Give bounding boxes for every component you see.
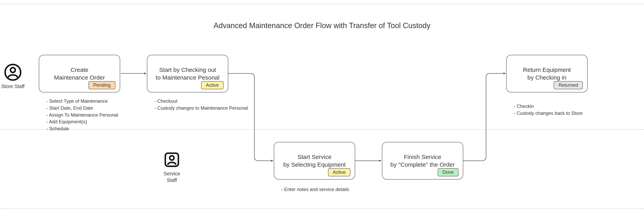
actor-store-staff: Store Staff <box>0 63 27 90</box>
diagram-title: Advanced Maintenance Order Flow with Tra… <box>0 22 644 30</box>
node-text: Start Service by Selecting Equipment <box>283 153 346 168</box>
node-finish-service: Finish Service by "Complete" the Order D… <box>382 142 463 180</box>
svg-point-3 <box>170 156 174 160</box>
separator-bottom <box>0 208 644 209</box>
node-start-service: Start Service by Selecting Equipment Act… <box>274 142 355 180</box>
person-icon <box>4 63 22 81</box>
notes-return: - Checkin - Custody changes back to Stor… <box>514 103 583 117</box>
node-line1: Finish Service <box>404 154 441 160</box>
actor-service-staff: Service Staff <box>158 151 186 183</box>
separator-top <box>0 4 644 4</box>
arrow-finish-to-return <box>463 74 506 161</box>
node-text: Return Equipment by Checking in <box>523 66 571 81</box>
actor-store-label: Store Staff <box>0 83 27 90</box>
node-text: Create Maintenance Order <box>54 66 105 81</box>
status-badge-pending: Pending <box>88 81 116 89</box>
node-line1: Return Equipment <box>523 66 571 73</box>
notes-create: - Select Type of Maintenance - Start Dat… <box>46 98 118 132</box>
svg-point-1 <box>10 68 15 72</box>
actor-service-label: Service Staff <box>158 170 186 183</box>
status-badge-active: Active <box>201 81 224 89</box>
status-badge-active: Active <box>328 168 350 176</box>
node-text: Finish Service by "Complete" the Order <box>390 153 455 168</box>
node-line1: Start by Checking out <box>159 66 216 73</box>
node-return-equipment: Return Equipment by Checking in Returned <box>506 55 588 92</box>
node-line1: Create <box>70 66 88 73</box>
node-line2: by Checking in <box>528 74 566 81</box>
node-text: Start by Checking out to Maintenance Pes… <box>156 66 220 81</box>
arrow-checkout-to-startservice <box>228 74 273 161</box>
person-badge-icon <box>163 151 180 168</box>
node-line2: by "Complete" the Order <box>390 161 455 168</box>
notes-checkout: - Checkout - Custody changes to Maintena… <box>154 98 248 112</box>
node-line2: Maintenance Order <box>54 74 105 81</box>
node-checkout: Start by Checking out to Maintenance Pes… <box>147 55 228 92</box>
status-badge-returned: Returned <box>554 81 583 89</box>
node-line2: to Maintenance Pesonal <box>156 74 220 81</box>
node-line2: by Selecting Equipment <box>283 161 346 168</box>
node-line1: Start Service <box>298 154 332 160</box>
status-badge-done: Done <box>438 168 458 176</box>
node-create-order: Create Maintenance Order Pending <box>39 55 120 92</box>
notes-startservice: - Enter notes and service details <box>281 186 349 193</box>
